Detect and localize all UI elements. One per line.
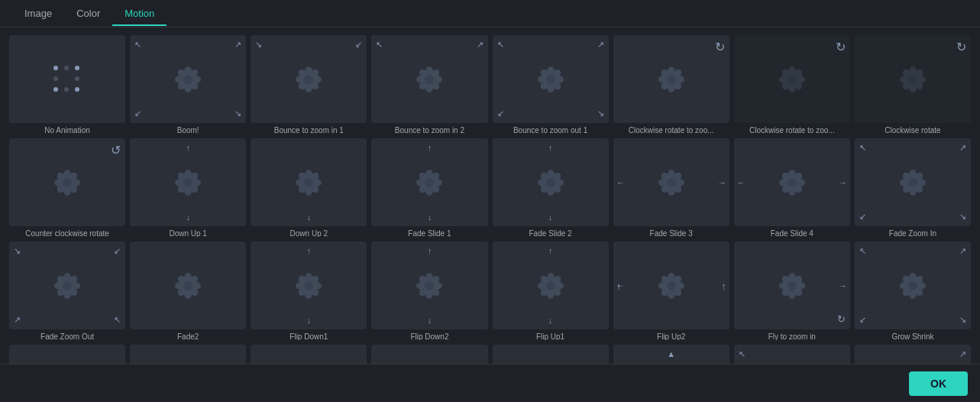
svg-point-26 (425, 75, 434, 84)
animation-label: Fly to zoom in (734, 332, 850, 340)
animation-item-bounce-zoom-in-2[interactable]: ↖↗ Bounce to zoom in 2 (371, 35, 487, 134)
svg-point-53 (788, 75, 797, 84)
svg-point-80 (183, 178, 192, 187)
animation-label: Boom! (130, 126, 246, 134)
animation-item-no-animation[interactable]: No Animation (9, 35, 125, 134)
animation-item-bounce-zoom-out-1[interactable]: ↖↗↙↘ Bounce to zoom out 1 (493, 35, 609, 134)
animation-item-down-up-1[interactable]: ↑↓ Down Up 1 (130, 138, 246, 237)
animation-item-flip-down1[interactable]: ↑↓ Flip Down1 (251, 242, 367, 340)
animation-label: Grow Shrink (855, 332, 971, 340)
animation-label: Down Up 2 (251, 229, 367, 237)
svg-point-116 (667, 178, 676, 187)
animation-item-flip-up2[interactable]: ←↑↑ Flip Up2 (613, 242, 729, 340)
animation-label: Counter clockwise rotate (9, 229, 125, 237)
animation-item-cw-rotate-zoo-2[interactable]: ↻ Clockwise rotate to zoo... (734, 35, 850, 134)
svg-point-8 (183, 75, 192, 84)
animation-item-cw-rotate-zoo-1[interactable]: ↻ Clockwise rotate to zoo... (613, 35, 729, 134)
svg-point-98 (425, 178, 434, 187)
animation-label: Fade Zoom Out (9, 332, 125, 340)
svg-point-179 (546, 281, 555, 290)
animation-item-ccw-rotate[interactable]: ↺ Counter clockwise rotate (9, 138, 125, 237)
animation-label: Flip Up1 (493, 332, 609, 340)
animation-label: Flip Down1 (251, 332, 367, 340)
animation-label: Fade2 (130, 332, 246, 340)
bottom-bar: OK (0, 364, 980, 402)
svg-point-89 (304, 178, 313, 187)
svg-point-188 (667, 281, 676, 290)
tabs-bar: Image Color Motion (0, 0, 980, 28)
animation-item-fly-zoom-in[interactable]: →↻ Fly to zoom in (734, 242, 850, 340)
animation-label: Clockwise rotate to zoo... (734, 126, 850, 134)
animation-item-move-right[interactable]: ▶ Move to right (493, 345, 609, 364)
animation-label: Clockwise rotate (855, 126, 971, 134)
animation-label: Clockwise rotate to zoo... (613, 126, 729, 134)
animation-item-cw-rotate[interactable]: ↻ Clockwise rotate (855, 35, 971, 134)
animation-item-fade-zoom-out[interactable]: ↘↙↗↖ Fade Zoom Out (9, 242, 125, 340)
tab-image[interactable]: Image (12, 2, 64, 25)
svg-point-161 (304, 281, 313, 290)
animation-item-move-bottom[interactable]: ↓ Move to bottom (9, 345, 125, 364)
animation-item-move-upper-right-and[interactable]: ↗↘ Move to upper right and ... (855, 345, 971, 364)
animation-item-fade-slide-2[interactable]: ↑↓ Fade Slide 2 (493, 138, 609, 237)
svg-point-143 (63, 281, 72, 290)
animation-item-bounce-zoom-in-1[interactable]: ↘↙ Bounce to zoom in 1 (251, 35, 367, 134)
animation-item-fade-slide-4[interactable]: ←→ Fade Slide 4 (734, 138, 850, 237)
animation-item-grow-shrink[interactable]: ↖↗↙↘ Grow Shrink (855, 242, 971, 340)
animation-item-move-lower-left[interactable]: ↙ Move to lower left (251, 345, 367, 364)
svg-point-17 (304, 75, 313, 84)
animation-item-down-up-2[interactable]: ↓ Down Up 2 (251, 138, 367, 237)
svg-point-134 (908, 178, 917, 187)
svg-point-44 (667, 75, 676, 84)
svg-point-125 (788, 178, 797, 187)
svg-point-62 (908, 75, 917, 84)
animation-item-boom[interactable]: ↖↗↙↘ Boom! (130, 35, 246, 134)
animation-label: Flip Up2 (613, 332, 729, 340)
tab-color[interactable]: Color (64, 2, 112, 25)
animation-label: Bounce to zoom in 1 (251, 126, 367, 134)
animation-item-move-left[interactable]: ◀ Move to left (130, 345, 246, 364)
animation-item-fade-slide-3[interactable]: ←→ Fade Slide 3 (613, 138, 729, 237)
animation-grid: No Animation ↖↗↙↘ Boom! ↘↙ Bounce to zoo… (9, 35, 971, 364)
animation-item-move-top[interactable]: ▲ Move to top (613, 345, 729, 364)
tab-motion[interactable]: Motion (112, 2, 167, 25)
animation-label: Fade Slide 4 (734, 229, 850, 237)
svg-point-170 (425, 281, 434, 290)
animation-item-fade2[interactable]: Fade2 (130, 242, 246, 340)
animation-label: Fade Zoom In (855, 229, 971, 237)
ok-button[interactable]: OK (909, 371, 968, 396)
animation-item-move-upper-left[interactable]: ↖ Move to upper left (734, 345, 850, 364)
animation-label: Flip Down2 (371, 332, 487, 340)
animation-item-fade-slide-1[interactable]: ↑↓ Fade Slide 1 (371, 138, 487, 237)
svg-point-206 (908, 281, 917, 290)
svg-point-107 (546, 178, 555, 187)
animation-item-move-lower-right[interactable]: ↘ Move to lower right (371, 345, 487, 364)
animation-grid-container: No Animation ↖↗↙↘ Boom! ↘↙ Bounce to zoo… (0, 28, 980, 364)
animation-label: Bounce to zoom in 2 (371, 126, 487, 134)
animation-item-flip-down2[interactable]: ↑↓ Flip Down2 (371, 242, 487, 340)
animation-item-flip-up1[interactable]: ↑↓ Flip Up1 (493, 242, 609, 340)
animation-label: No Animation (9, 126, 125, 134)
animation-item-fade-zoom-in[interactable]: ↖↗↙↘ Fade Zoom In (855, 138, 971, 237)
svg-point-71 (63, 178, 72, 187)
svg-point-197 (788, 281, 797, 290)
animation-label: Fade Slide 3 (613, 229, 729, 237)
animation-label: Fade Slide 2 (493, 229, 609, 237)
svg-point-35 (546, 75, 555, 84)
animation-label: Fade Slide 1 (371, 229, 487, 237)
animation-label: Bounce to zoom out 1 (493, 126, 609, 134)
svg-point-152 (183, 281, 192, 290)
animation-label: Down Up 1 (130, 229, 246, 237)
